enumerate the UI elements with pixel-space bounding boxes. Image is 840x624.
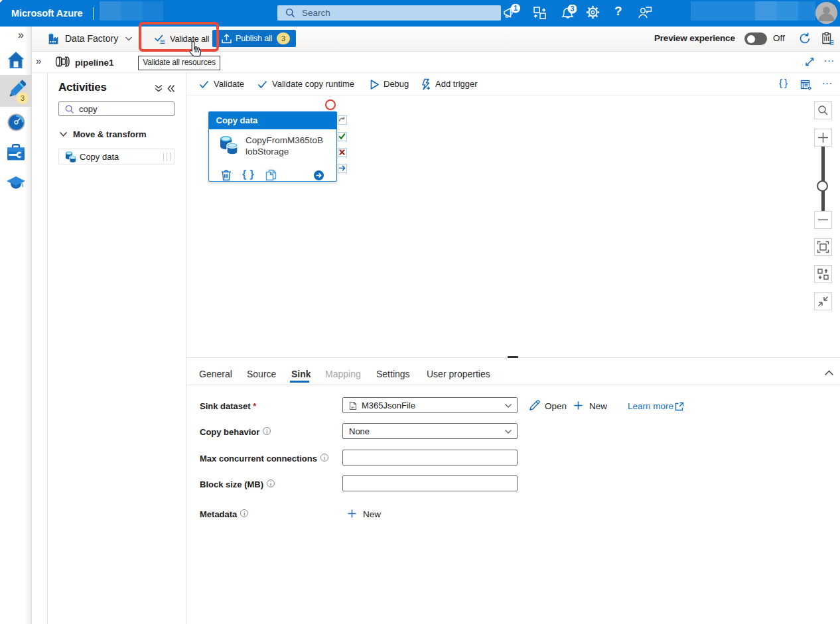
svg-text:a•: a• (351, 405, 354, 409)
svg-text:3: 3 (570, 5, 574, 13)
svg-text:1: 1 (514, 4, 518, 12)
